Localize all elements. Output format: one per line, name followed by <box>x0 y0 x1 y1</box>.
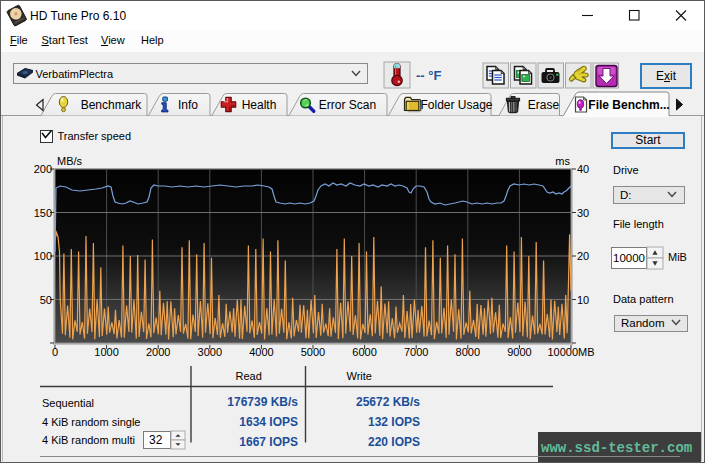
svg-text:10: 10 <box>577 294 589 306</box>
svg-text:8000: 8000 <box>456 346 480 358</box>
svg-text:Health: Health <box>242 98 277 112</box>
svg-text:Folder Usage: Folder Usage <box>420 98 492 112</box>
svg-text:Erase: Erase <box>528 98 560 112</box>
svg-text:100: 100 <box>34 250 52 262</box>
svg-text:40: 40 <box>577 163 589 175</box>
svg-text:30: 30 <box>577 207 589 219</box>
svg-text:Error Scan: Error Scan <box>319 98 376 112</box>
svg-text:6000: 6000 <box>352 346 376 358</box>
svg-text:2000: 2000 <box>146 346 170 358</box>
svg-text:10000MB: 10000MB <box>547 346 594 358</box>
svg-text:MB/s: MB/s <box>57 155 83 167</box>
svg-text:File Benchm...: File Benchm... <box>588 98 669 112</box>
svg-text:0: 0 <box>52 346 58 358</box>
svg-text:4000: 4000 <box>249 346 273 358</box>
svg-text:Benchmark: Benchmark <box>81 98 143 112</box>
svg-text:5000: 5000 <box>301 346 325 358</box>
svg-text:9000: 9000 <box>507 346 531 358</box>
svg-text:Info: Info <box>178 98 198 112</box>
svg-text:7000: 7000 <box>404 346 428 358</box>
svg-text:200: 200 <box>34 163 52 175</box>
svg-text:3000: 3000 <box>198 346 222 358</box>
svg-text:20: 20 <box>577 250 589 262</box>
svg-text:1000: 1000 <box>94 346 118 358</box>
svg-text:ms: ms <box>555 155 570 167</box>
svg-text:50: 50 <box>40 294 52 306</box>
svg-text:150: 150 <box>34 207 52 219</box>
